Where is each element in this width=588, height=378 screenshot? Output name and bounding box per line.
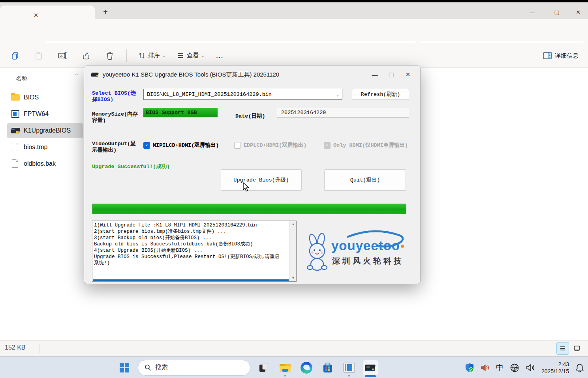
app-window-icon[interactable] (341, 360, 357, 376)
checkbox-checked-icon[interactable] (143, 142, 150, 149)
scroll-up-icon[interactable]: ︿ (74, 70, 79, 77)
volume-alert-icon[interactable] (480, 363, 490, 372)
network-globe-icon[interactable] (510, 363, 519, 372)
address-bar-row: ⟳ › 此电脑 › Windows (C:) › youyeetoo › k1_… (0, 19, 588, 43)
dialog-minimize-button[interactable]: — (366, 68, 383, 81)
speaker-icon[interactable] (526, 363, 535, 372)
file-name: BIOS (24, 94, 39, 101)
details-view-toggle[interactable] (556, 342, 569, 355)
memory-size-field: BIOS Support 8GB (143, 108, 218, 118)
edge-browser-icon[interactable] (299, 360, 314, 376)
quit-button[interactable]: Quit(退出) (324, 169, 406, 191)
video-output-label: VideoOutput(显示器输出) (92, 141, 140, 153)
file-row-oldbios-bak[interactable]: oldbios.bak (7, 156, 83, 171)
svg-text:A: A (60, 53, 63, 58)
toolbar-divider (126, 49, 127, 62)
date-label: Date(日期) (235, 113, 265, 120)
upgrade-bios-dialog: youyeetoo K1 SBC Upgrade BIOS Tools (BIO… (84, 65, 421, 284)
dialog-maximize-button[interactable]: ▢ (383, 68, 400, 81)
share-icon[interactable] (77, 48, 95, 64)
application-icon (11, 110, 20, 118)
checkbox-only-hdmi[interactable]: Only HDMI(仅HDMI单屏输出) (324, 142, 408, 149)
scroll-down-icon[interactable]: ▼ (290, 275, 297, 281)
notification-bell-icon[interactable] (575, 363, 584, 372)
log-output-box[interactable]: 1)Will Upgrade File :K1_L8_MIPI_HDMI_202… (92, 221, 297, 282)
file-name: oldbios.bak (24, 160, 56, 167)
file-explorer-icon[interactable] (277, 360, 293, 376)
sort-button[interactable]: 排序 ⌄ (132, 48, 171, 64)
taskbar-search-input[interactable]: 搜索 (138, 360, 250, 376)
status-divider (39, 344, 40, 353)
paste-icon[interactable] (30, 48, 47, 64)
microsoft-store-icon[interactable] (320, 360, 336, 376)
file-name: FPTW64 (24, 110, 49, 118)
chevron-down-icon: ⌄ (162, 53, 165, 58)
checkbox-mipilcd-hdmi[interactable]: MIPILCD+HDMI(双屏输出) (143, 142, 219, 149)
upgrade-status-text: Upgrade Successful!(成功) (92, 164, 170, 170)
date-field: 20251203164229 (277, 108, 409, 118)
file-icon (11, 143, 20, 152)
file-name: K1UpgradeBIOS (24, 127, 71, 134)
explorer-status-bar: 152 KB (0, 340, 588, 356)
dialog-app-icon (91, 72, 99, 77)
start-button[interactable] (116, 360, 132, 376)
sort-icon (138, 52, 146, 60)
bios-file-value: BIOS\K1_L8_MIPI_HDMI_20251203164229.bin (147, 92, 272, 97)
refresh-bios-button[interactable]: Refresh(刷新) (352, 89, 409, 100)
large-icons-view-toggle[interactable] (571, 342, 583, 355)
details-pane-label: 详细信息 (555, 52, 579, 60)
file-row-bios-tmp[interactable]: bios.tmp (7, 140, 83, 155)
memory-size-label: MemorySize(内存容量) (92, 111, 140, 124)
folder-icon (11, 93, 20, 102)
taskbar-clock[interactable]: 2:43 2025/12/15 (541, 361, 569, 375)
checkbox-edplcd-hdmi[interactable]: EDPLCD+HDMI(双屏输出) (234, 142, 306, 149)
desktop: ✕ + — ▢ ✕ ⟳ › 此电脑 › Windows (C:) › youye… (0, 0, 588, 378)
explorer-tab-strip: ✕ + — ▢ ✕ (0, 0, 588, 19)
window-minimize-button[interactable]: — (526, 6, 539, 18)
checkbox-label: Only HDMI(仅HDMI单屏输出) (333, 142, 408, 149)
details-pane-icon (543, 52, 552, 59)
file-row-k1upgradebios-selected[interactable]: K1UpgradeBIOS (7, 123, 83, 138)
taskbar: 搜索 (0, 356, 588, 378)
new-tab-button[interactable]: + (100, 7, 111, 17)
checkbox-checked-disabled-icon[interactable] (324, 142, 331, 149)
view-label: 查看 (187, 52, 199, 59)
upgrade-bios-button[interactable]: Upgrade Bios(升级) (221, 169, 302, 191)
clock-time: 2:43 (541, 361, 569, 368)
bios-file-combobox[interactable]: BIOS\K1_L8_MIPI_HDMI_20251203164229.bin … (143, 89, 342, 100)
log-scrollbar[interactable]: ▲ ▼ (289, 221, 296, 281)
security-shield-icon[interactable] (465, 363, 474, 372)
file-row-bios[interactable]: BIOS (7, 90, 83, 105)
task-view-icon[interactable] (256, 360, 272, 376)
checkbox-unchecked-icon[interactable] (234, 142, 241, 149)
youyeetoo-logo: youyeetoo 深圳风火轮科技 (304, 230, 407, 275)
rename-icon[interactable]: A (54, 48, 71, 64)
more-options-button[interactable]: … (210, 48, 230, 64)
taskbar-search-placeholder: 搜索 (155, 363, 168, 372)
logo-company-text: 深圳风火轮科技 (332, 256, 404, 266)
scroll-up-icon[interactable]: ▲ (290, 221, 297, 228)
k1-upgradebios-taskbar-icon[interactable] (363, 360, 378, 376)
chevron-down-icon: ⌄ (336, 92, 339, 97)
ime-indicator[interactable]: 中 (496, 363, 503, 373)
checkbox-label: EDPLCD+HDMI(双屏输出) (244, 142, 306, 149)
file-icon (11, 159, 20, 168)
column-header-name[interactable]: 名称 (16, 75, 28, 82)
dialog-title: youyeetoo K1 SBC Upgrade BIOS Tools (BIO… (103, 71, 279, 79)
chevron-down-icon: ⌄ (201, 53, 204, 58)
log-horizontal-scrollbar[interactable] (93, 279, 289, 281)
file-row-fptw64[interactable]: FPTW64 (7, 107, 83, 122)
log-text: 1)Will Upgrade File :K1_L8_MIPI_HDMI_202… (94, 222, 283, 266)
dialog-title-bar[interactable]: youyeetoo K1 SBC Upgrade BIOS Tools (BIO… (84, 66, 420, 83)
details-pane-button[interactable]: 详细信息 (543, 48, 579, 64)
copy-icon[interactable] (6, 48, 24, 64)
delete-icon[interactable] (101, 48, 118, 64)
view-button[interactable]: 查看 ⌄ (171, 48, 210, 64)
mouse-cursor (242, 182, 250, 193)
window-close-button[interactable]: ✕ (571, 6, 585, 18)
window-maximize-button[interactable]: ▢ (550, 6, 564, 18)
dialog-close-button[interactable]: ✕ (400, 68, 416, 81)
rabbit-mascot-icon (304, 233, 331, 272)
sort-label: 排序 (148, 52, 160, 59)
clock-date: 2025/12/15 (541, 368, 569, 375)
